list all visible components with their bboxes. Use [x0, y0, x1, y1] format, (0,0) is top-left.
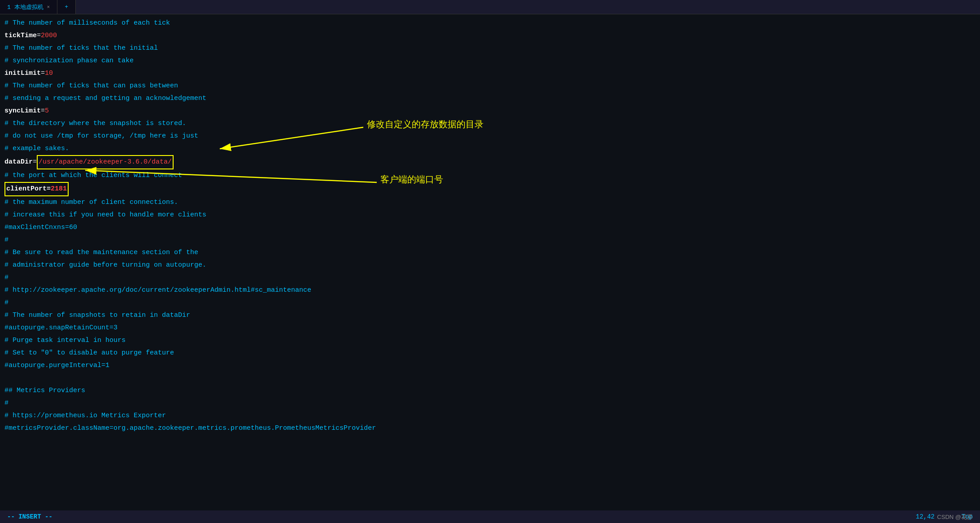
code-line: # sending a request and getting an ackno…: [0, 92, 980, 105]
code-line: clientPort=2181: [0, 182, 980, 196]
code-line: # Be sure to read the maintenance sectio…: [0, 246, 980, 259]
code-line: # the directory where the snapshot is st…: [0, 117, 980, 130]
code-line: # http://zookeeper.apache.org/doc/curren…: [0, 284, 980, 297]
code-line: #: [0, 297, 980, 309]
code-container: # The number of milliseconds of each tic…: [0, 17, 980, 435]
code-line: [0, 372, 980, 385]
code-line: # the maximum number of client connectio…: [0, 196, 980, 209]
tab-close-button[interactable]: ×: [47, 4, 50, 10]
code-line: # do not use /tmp for storage, /tmp here…: [0, 130, 980, 143]
code-line: ## Metrics Providers: [0, 385, 980, 397]
code-line: # example sakes.: [0, 143, 980, 155]
code-line: # Set to "0" to disable auto purge featu…: [0, 347, 980, 359]
code-line: # the port at which the clients will con…: [0, 169, 980, 182]
annotation-clientport: 客户端的端口号: [380, 173, 443, 186]
code-line: syncLimit=5: [0, 105, 980, 117]
watermark: CSDN @花弄: [937, 513, 973, 521]
code-line: # administrator guide before turning on …: [0, 259, 980, 272]
code-line: #: [0, 234, 980, 246]
new-tab-button[interactable]: +: [57, 0, 76, 14]
status-left: -- INSERT --: [7, 513, 52, 520]
code-line: #metricsProvider.className=org.apache.zo…: [0, 422, 980, 435]
editor-area: # The number of milliseconds of each tic…: [0, 14, 980, 510]
code-line: # Purge task interval in hours: [0, 334, 980, 347]
code-line: # The number of milliseconds of each tic…: [0, 17, 980, 30]
status-bar: -- INSERT -- 12,42 Top: [0, 510, 980, 523]
active-tab[interactable]: 1 本地虚拟机 ×: [0, 0, 57, 14]
code-line: # The number of ticks that can pass betw…: [0, 80, 980, 92]
code-line: #maxClientCnxns=60: [0, 221, 980, 234]
code-line: #autopurge.snapRetainCount=3: [0, 322, 980, 334]
code-line: dataDir=/usr/apache/zookeeper-3.6.0/data…: [0, 155, 980, 169]
tab-label: 1 本地虚拟机: [7, 3, 44, 11]
cursor-position: 12,42: [916, 513, 935, 520]
code-line: #: [0, 397, 980, 410]
code-line: # The number of ticks that the initial: [0, 42, 980, 55]
code-line: # synchronization phase can take: [0, 55, 980, 67]
code-line: # https://prometheus.io Metrics Exporter: [0, 410, 980, 422]
code-line: initLimit=10: [0, 67, 980, 80]
annotation-datadir: 修改自定义的存放数据的目录: [367, 118, 483, 130]
code-line: # increase this if you need to handle mo…: [0, 209, 980, 221]
insert-mode-label: -- INSERT --: [7, 513, 52, 520]
code-line: # The number of snapshots to retain in d…: [0, 309, 980, 322]
tab-bar: 1 本地虚拟机 × +: [0, 0, 980, 14]
code-line: #: [0, 272, 980, 284]
code-line: #autopurge.purgeInterval=1: [0, 359, 980, 372]
code-line: tickTime=2000: [0, 30, 980, 42]
